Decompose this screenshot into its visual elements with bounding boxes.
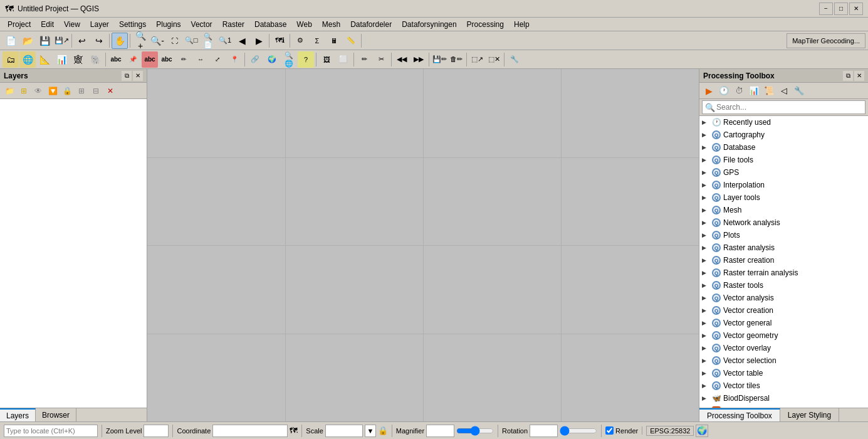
map-canvas[interactable] — [147, 69, 699, 421]
map-area[interactable] — [147, 69, 699, 421]
processing-panel-close-button[interactable]: ✕ — [854, 71, 864, 81]
deselect-button[interactable]: ⬚✕ — [486, 51, 502, 68]
tree-item[interactable]: ▶QFile tools — [699, 154, 868, 166]
tree-item[interactable]: ▶QVector creation — [699, 304, 868, 317]
zoom-in-button[interactable]: 🔍+ — [132, 33, 149, 49]
label-btn-8[interactable]: 📍 — [226, 51, 243, 68]
menu-settings[interactable]: Settings — [114, 19, 151, 30]
digitize-btn-2[interactable]: 🌐 — [19, 51, 36, 68]
layers-visibility-btn[interactable]: 👁 — [31, 84, 45, 98]
discard-edits-button[interactable]: 🗑✏ — [448, 51, 464, 68]
select-features-button[interactable]: ⬚↗ — [469, 51, 485, 68]
locate-input[interactable] — [4, 425, 98, 437]
tree-item[interactable]: ▶QVector selection — [699, 354, 868, 367]
label-btn-2[interactable]: 📌 — [125, 51, 141, 68]
menu-help[interactable]: Help — [509, 19, 535, 30]
layers-tab-layers[interactable]: Layers — [0, 408, 36, 421]
tree-item[interactable]: ▶QPlots — [699, 229, 868, 241]
label-btn-6[interactable]: ↔ — [192, 51, 209, 68]
pan-map-button[interactable]: ✋ — [112, 33, 128, 49]
style-btn-3[interactable]: 🔍🌐 — [281, 51, 297, 68]
zoom-last-button[interactable]: ◀ — [234, 33, 250, 49]
processing-panel-float-button[interactable]: ⧉ — [843, 71, 853, 81]
render-checkbox[interactable] — [605, 426, 614, 435]
menu-database[interactable]: Database — [249, 19, 291, 30]
edit-btn-1[interactable]: ✏ — [356, 51, 372, 68]
zoom-out-button[interactable]: 🔍- — [149, 33, 165, 49]
menu-dataforsyningen[interactable]: Dataforsyningen — [397, 19, 461, 30]
digitize-btn-6[interactable]: 🐘 — [87, 51, 103, 68]
menu-project[interactable]: Project — [3, 19, 36, 30]
calculator-button[interactable]: 🖩 — [326, 33, 342, 49]
close-button[interactable]: ✕ — [849, 3, 863, 15]
save-edits-button[interactable]: 💾✏ — [431, 51, 447, 68]
menu-view[interactable]: View — [59, 19, 85, 30]
tree-item[interactable]: ▶QVector analysis — [699, 292, 868, 304]
new-project-button[interactable]: 📄 — [3, 33, 19, 49]
search-input[interactable] — [702, 100, 865, 114]
nav-back-button[interactable]: ◀◀ — [394, 51, 410, 68]
save-as-button[interactable]: 💾↗ — [53, 33, 70, 49]
digitize-btn-5[interactable]: 🕸 — [70, 51, 86, 68]
tree-item[interactable]: ▶QLayer tools — [699, 191, 868, 204]
proc-run-btn[interactable]: ▶ — [702, 84, 716, 98]
proc-tab-styling[interactable]: Layer Styling — [780, 408, 839, 421]
tree-item[interactable]: ▶QVector general — [699, 317, 868, 329]
tree-item[interactable]: ▶QVector table — [699, 367, 868, 379]
rotation-input[interactable]: 0.0 ° — [530, 425, 558, 437]
proc-scripts-btn[interactable]: 📜 — [762, 84, 776, 98]
tree-item[interactable]: ▶QDatabase — [699, 141, 868, 154]
redo-button[interactable]: ↪ — [91, 33, 107, 49]
digitize-btn-1[interactable]: 🗂 — [3, 51, 19, 68]
magnifier-slider[interactable] — [456, 426, 494, 436]
tree-item[interactable]: ▶QInterpolation — [699, 179, 868, 191]
scale-input[interactable]: 1:6740 — [325, 425, 363, 437]
tree-item[interactable]: ▶QVector geometry — [699, 329, 868, 342]
label-btn-7[interactable]: ⤢ — [209, 51, 226, 68]
tree-item[interactable]: ▶QRaster creation — [699, 254, 868, 267]
tree-item[interactable]: ▶QRaster terrain analysis — [699, 267, 868, 279]
menu-processing[interactable]: Processing — [462, 19, 509, 30]
proc-history-btn[interactable]: 🕐 — [717, 84, 731, 98]
geocoding-button[interactable]: MapTiler Geocoding... — [787, 33, 865, 48]
tree-item[interactable]: ▶QVector overlay — [699, 342, 868, 354]
layers-expand-btn[interactable]: ⊞ — [75, 84, 88, 98]
tree-item[interactable]: ▶QMesh — [699, 204, 868, 216]
menu-raster[interactable]: Raster — [217, 19, 249, 30]
layers-lock-btn[interactable]: 🔒 — [60, 84, 74, 98]
tree-item[interactable]: ▶QRaster analysis — [699, 241, 868, 254]
layers-filter-btn[interactable]: 🔽 — [46, 84, 60, 98]
zoom-input[interactable]: 16.42 — [144, 425, 169, 437]
rotation-slider[interactable] — [560, 426, 597, 436]
help-button[interactable]: ? — [298, 51, 314, 68]
proc-settings-btn[interactable]: 🔧 — [792, 84, 806, 98]
map-tips-button[interactable]: ⚙ — [292, 33, 308, 49]
style-btn-2[interactable]: 🌍 — [264, 51, 280, 68]
menu-web[interactable]: Web — [291, 19, 316, 30]
label-btn-4[interactable]: abc — [159, 51, 175, 68]
menu-mesh[interactable]: Mesh — [317, 19, 345, 30]
coordinate-input[interactable]: 725342,6175841 — [212, 425, 288, 437]
tree-item[interactable]: ▶QCartography — [699, 129, 868, 141]
zoom-layer-button[interactable]: 🔍📄 — [200, 33, 216, 49]
proc-tab-toolbox[interactable]: Processing Toolbox — [699, 408, 780, 421]
layers-collapse-btn[interactable]: ⊟ — [89, 84, 103, 98]
menu-vector[interactable]: Vector — [186, 19, 217, 30]
topology-btn[interactable]: 🔧 — [506, 51, 523, 68]
digitize-btn-3[interactable]: 📐 — [36, 51, 53, 68]
proc-models-btn[interactable]: 📊 — [747, 84, 761, 98]
layers-add-btn[interactable]: ⊞ — [17, 84, 31, 98]
new-print-button[interactable]: 🖼 — [318, 51, 335, 68]
nav-fwd-button[interactable]: ▶▶ — [410, 51, 427, 68]
edit-btn-2[interactable]: ✂ — [373, 51, 389, 68]
digitize-btn-4[interactable]: 📊 — [53, 51, 70, 68]
layers-add-group-btn[interactable]: 📁 — [3, 84, 16, 98]
menu-layer[interactable]: Layer — [85, 19, 114, 30]
tree-item[interactable]: ▶QGPS — [699, 166, 868, 179]
identify-button[interactable]: 🗺ℹ — [271, 33, 288, 49]
style-btn-1[interactable]: 🔗 — [247, 51, 263, 68]
print-button[interactable]: ⬜ — [335, 51, 352, 68]
open-project-button[interactable]: 📂 — [19, 33, 36, 49]
tree-item[interactable]: ▶🦋BiodDispersal — [699, 392, 868, 405]
scale-dropdown-button[interactable]: ▼ — [365, 425, 376, 437]
